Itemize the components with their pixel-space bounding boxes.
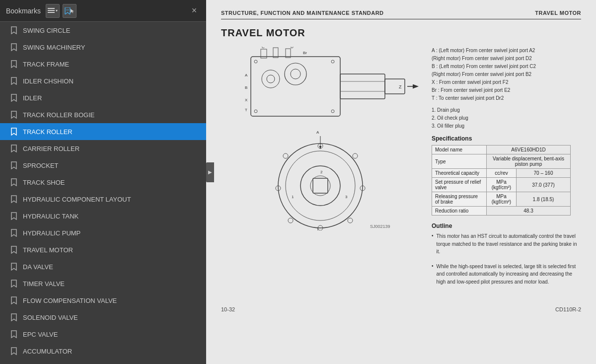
sidebar-item-label: SWING MACHINERY (23, 44, 85, 51)
sidebar-item-track-shoe[interactable]: TRACK SHOE (0, 174, 206, 191)
spec-label: Type (432, 154, 487, 169)
svg-text:2: 2 (320, 170, 323, 174)
svg-text:Br: Br (303, 51, 307, 55)
outline-text: This motor has an HST circuit to automat… (437, 232, 581, 256)
sidebar-item-label: EPC VALVE (23, 331, 58, 338)
svg-text:SJ002139: SJ002139 (370, 224, 390, 229)
sidebar-item-center-swivel-joint[interactable]: CENTER SWIVEL JOINT (0, 360, 206, 364)
sidebar-item-timer-valve[interactable]: TIMER VALVE (0, 275, 206, 292)
bookmark-icon (10, 211, 18, 221)
collapse-arrow[interactable]: ▶ (206, 162, 214, 182)
motor-diagram-svg: C D Z A B X T Br (221, 47, 420, 230)
outline-section: Outline •This motor has an HST circuit t… (432, 222, 581, 290)
bookmarks-title: Bookmarks (6, 7, 41, 15)
svg-point-11 (331, 110, 334, 113)
bookmark-icon (10, 312, 18, 322)
sidebar-item-label: HYDRAULIC COMPONENT LAYOUT (23, 196, 131, 203)
sidebar-item-da-valve[interactable]: DA VALVE (0, 258, 206, 275)
sidebar-item-label: TRAVEL MOTOR (23, 246, 73, 254)
legend-B: B : (Left motor) From center swivel join… (432, 63, 581, 71)
sidebar-item-carrier-roller[interactable]: CARRIER ROLLER (0, 140, 206, 157)
doc-header-right: TRAVEL MOTOR (535, 10, 581, 16)
doc-footer: 10-32 CD110R-2 (221, 302, 581, 312)
bookmark-icon (10, 93, 18, 103)
svg-text:A: A (245, 73, 248, 77)
bookmark-icon (10, 262, 18, 272)
bookmark-icon (10, 346, 18, 356)
sidebar-item-epc-valve[interactable]: EPC VALVE (0, 326, 206, 343)
bookmark-icon (10, 42, 18, 52)
bookmarks-sidebar: Bookmarks ▾ (0, 0, 206, 364)
sidebar-item-label: SWING CIRCLE (23, 27, 70, 34)
svg-point-6 (285, 63, 306, 85)
toolbar-icons: ▾ (46, 4, 76, 18)
bookmark-icon (10, 25, 18, 35)
spec-label: Releasing pressure of brake (432, 192, 487, 207)
spec-label: Set pressure of relief valve (432, 178, 487, 192)
sidebar-item-label: TRACK ROLLER BOGIE (23, 111, 94, 119)
sidebar-item-swing-circle[interactable]: SWING CIRCLE (0, 22, 206, 39)
legend-B2: (Right motor) From center swivel joint p… (432, 71, 581, 78)
sidebar-item-hydraulic-tank[interactable]: HYDRAULIC TANK (0, 208, 206, 224)
sidebar-item-idler-cushion[interactable]: IDLER CHSHION (0, 73, 206, 89)
spec-value: 1.8 (18.5) (517, 192, 571, 207)
sidebar-item-accumulator[interactable]: ACCUMULATOR (0, 343, 206, 360)
svg-rect-1 (48, 10, 55, 11)
sidebar-item-label: CARRIER ROLLER (23, 145, 79, 152)
sidebar-item-track-roller[interactable]: TRACK ROLLER (0, 123, 206, 140)
sidebar-item-label: HYDRAULIC TANK (23, 213, 78, 220)
list-icon (48, 7, 55, 14)
svg-point-28 (278, 144, 363, 228)
outline-bullets: •This motor has an HST circuit to automa… (432, 232, 581, 290)
outline-bullet-item: •This motor has an HST circuit to automa… (432, 232, 581, 260)
list-view-button[interactable]: ▾ (46, 4, 60, 18)
bookmarks-header: Bookmarks ▾ (0, 0, 206, 22)
spec-label: Reduction ratio (432, 207, 487, 216)
sidebar-item-solenoid-valve[interactable]: SOLENOID VALVE (0, 309, 206, 326)
bookmark-view-button[interactable] (63, 4, 76, 18)
svg-point-9 (331, 60, 334, 63)
spec-value: A6VE160HD1D (487, 146, 571, 154)
cursor-icon (70, 8, 74, 13)
legend-A: A : (Left motor) From center swivel join… (432, 47, 581, 55)
doc-header-left: STRUCTURE, FUNCTION AND MAINTENANCE STAN… (221, 10, 384, 16)
sidebar-item-flow-compensation-valve[interactable]: FLOW COMPENSATION VALVE (0, 292, 206, 309)
sidebar-item-hydraulic-component-layout[interactable]: HYDRAULIC COMPONENT LAYOUT (0, 191, 206, 208)
svg-rect-13 (385, 79, 405, 94)
bookmark-icon (10, 295, 18, 305)
sidebar-item-label: TRACK FRAME (23, 61, 69, 68)
bullet-dot: • (432, 263, 434, 290)
bookmark-icon (10, 59, 18, 69)
sidebar-item-hydraulic-pump[interactable]: HYDRAULIC PUMP (0, 224, 206, 241)
legend-T: T : To center swivel joint port Dr2 (432, 94, 581, 102)
sidebar-item-track-roller-bogie[interactable]: TRACK ROLLER BOGIE (0, 106, 206, 123)
bookmark-icon (10, 245, 18, 255)
outline-bullet-item: •While the high-speed travel is selected… (432, 263, 581, 290)
svg-point-36 (348, 218, 353, 223)
legend-Br: Br : From center swivel joint port E2 (432, 86, 581, 94)
bookmark-list: SWING CIRCLESWING MACHINERYTRACK FRAMEID… (0, 22, 206, 364)
sidebar-item-label: SPROCKET (23, 162, 59, 169)
sidebar-item-label: IDLER CHSHION (23, 77, 74, 85)
sidebar-item-swing-machinery[interactable]: SWING MACHINERY (0, 39, 206, 56)
legend-item3: 3. Oil filler plug (432, 122, 581, 130)
sidebar-item-label: HYDRAULIC PUMP (23, 229, 80, 237)
spec-unit: cc/rev (487, 169, 517, 178)
spec-label: Theoretical capacity (432, 169, 487, 178)
sidebar-item-track-frame[interactable]: TRACK FRAME (0, 56, 206, 73)
svg-rect-17 (273, 48, 278, 58)
close-button[interactable]: × (188, 5, 200, 17)
doc-right-panel: A : (Left motor) From center swivel join… (432, 47, 581, 292)
legend-A2: (Right motor) From center swivel joint p… (432, 55, 581, 63)
svg-text:T: T (245, 108, 247, 112)
doc-header: STRUCTURE, FUNCTION AND MAINTENANCE STAN… (221, 10, 581, 19)
svg-point-38 (288, 218, 293, 223)
spec-unit: MPa (kgf/cm²) (487, 178, 517, 192)
sidebar-item-travel-motor[interactable]: TRAVEL MOTOR (0, 241, 206, 258)
sidebar-item-label: TIMER VALVE (23, 280, 65, 288)
sidebar-item-idler[interactable]: IDLER (0, 89, 206, 106)
sidebar-item-sprocket[interactable]: SPROCKET (0, 157, 206, 174)
spec-unit: MPa (kgf/cm²) (487, 192, 517, 207)
legend-item2: 2. Oil check plug (432, 114, 581, 122)
doc-code: CD110R-2 (555, 306, 581, 312)
